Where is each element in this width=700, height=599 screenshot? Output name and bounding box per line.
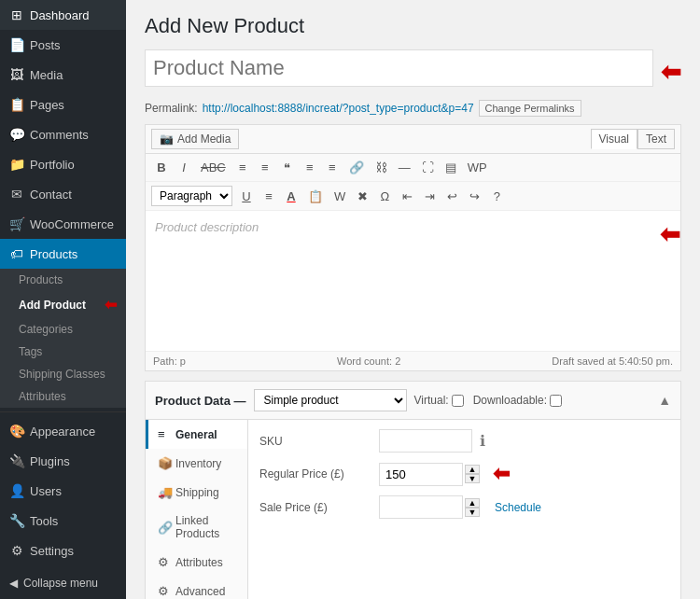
sidebar-item-pages[interactable]: 📋 Pages: [0, 90, 126, 119]
sidebar-item-comments[interactable]: 💬 Comments: [0, 119, 126, 149]
link-button[interactable]: 🔗: [344, 158, 369, 177]
paragraph-select[interactable]: Paragraph: [151, 186, 232, 206]
sidebar-item-posts[interactable]: 📄 Posts: [0, 30, 126, 60]
sidebar-item-media[interactable]: 🖼 Media: [0, 60, 126, 90]
sidebar-item-contact[interactable]: ✉ Contact: [0, 179, 126, 209]
toolbar-toggle-button[interactable]: ▤: [441, 158, 461, 177]
editor-body-row: Product description ⬅: [146, 211, 680, 351]
pd-tab-linked-products[interactable]: 🔗 Linked Products: [146, 507, 247, 548]
product-type-select[interactable]: Simple product Grouped product External/…: [254, 389, 407, 411]
justify-button[interactable]: ≡: [259, 187, 279, 206]
pd-tab-shipping[interactable]: 🚚 Shipping: [146, 478, 247, 507]
blockquote-button[interactable]: ❝: [277, 158, 298, 177]
product-data-collapse-button[interactable]: ▲: [658, 393, 671, 408]
ordered-list-button[interactable]: ≡: [255, 158, 275, 177]
permalink-url[interactable]: http://localhost:8888/increat/?post_type…: [203, 102, 474, 115]
downloadable-checkbox[interactable]: [550, 395, 562, 407]
sidebar-label-media: Media: [30, 68, 63, 82]
sku-input[interactable]: [379, 429, 472, 453]
sale-price-label: Sale Price (£): [259, 501, 371, 514]
general-tab-icon: ≡: [158, 427, 171, 441]
pd-tab-general[interactable]: ≡ General: [146, 420, 247, 449]
pd-tab-attributes[interactable]: ⚙ Attributes: [146, 548, 247, 577]
redo-button[interactable]: ↪: [464, 187, 484, 206]
editor-placeholder: Product description: [155, 220, 259, 234]
editor-toolbar-row1: B I ABC ≡ ≡ ❝ ≡ ≡ 🔗 ⛓ — ⛶ ▤ WP: [146, 154, 680, 182]
collapse-menu-item[interactable]: ◀ Collapse menu: [0, 569, 126, 597]
general-tab-label: General: [175, 428, 217, 441]
sidebar-item-products[interactable]: 🏷 Products: [0, 239, 126, 269]
unordered-list-button[interactable]: ≡: [232, 158, 253, 177]
paste-text-button[interactable]: 📋: [303, 187, 328, 206]
tags-label: Tags: [19, 345, 42, 358]
sidebar-item-plugins[interactable]: 🔌 Plugins: [0, 446, 126, 476]
italic-button[interactable]: I: [174, 158, 194, 177]
text-color-button[interactable]: A: [281, 187, 301, 206]
sidebar-item-tools[interactable]: 🔧 Tools: [0, 506, 126, 536]
pd-tab-advanced[interactable]: ⚙ Advanced: [146, 577, 247, 599]
indent-button[interactable]: ⇥: [419, 187, 440, 206]
regular-price-up[interactable]: ▲: [465, 465, 480, 474]
linked-products-tab-label: Linked Products: [175, 514, 238, 540]
sidebar-subitem-add-product[interactable]: Add Product ⬅: [0, 291, 126, 318]
regular-price-spinner: ▲ ▼: [465, 465, 480, 483]
help-button[interactable]: ?: [486, 187, 507, 206]
add-product-arrow-icon: ⬅: [105, 296, 117, 313]
change-permalinks-button[interactable]: Change Permalinks: [479, 100, 581, 117]
linked-products-tab-icon: 🔗: [158, 521, 171, 535]
add-media-button[interactable]: 📷 Add Media: [151, 129, 239, 149]
sidebar-item-dashboard[interactable]: ⊞ Dashboard: [0, 0, 126, 30]
sidebar-item-woocommerce[interactable]: 🛒 WooCommerce: [0, 209, 126, 239]
categories-label: Categories: [19, 323, 73, 336]
sku-label: SKU: [259, 435, 371, 448]
insert-more-button[interactable]: —: [394, 158, 415, 177]
unlink-button[interactable]: ⛓: [371, 158, 392, 177]
underline-button[interactable]: U: [236, 187, 257, 206]
clear-format-button[interactable]: ✖: [352, 187, 372, 206]
strikethrough-button[interactable]: ABC: [196, 158, 231, 177]
sidebar-label-dashboard: Dashboard: [30, 8, 90, 22]
sidebar-subitem-categories[interactable]: Categories: [0, 318, 126, 341]
shipping-classes-label: Shipping Classes: [19, 368, 105, 381]
outdent-button[interactable]: ⇤: [397, 187, 417, 206]
text-tab[interactable]: Text: [637, 129, 675, 149]
visual-tab[interactable]: Visual: [591, 129, 637, 149]
regular-price-input[interactable]: [379, 463, 463, 486]
sidebar-item-users[interactable]: 👤 Users: [0, 476, 126, 506]
sidebar-item-portfolio[interactable]: 📁 Portfolio: [0, 149, 126, 179]
wp-more-button[interactable]: WP: [463, 158, 492, 177]
sidebar-item-appearance[interactable]: 🎨 Appearance: [0, 416, 126, 446]
editor-footer: Path: p Word count: 2 Draft saved at 5:4…: [146, 351, 680, 370]
fullscreen-button[interactable]: ⛶: [417, 158, 439, 177]
attributes-tab-icon: ⚙: [158, 555, 171, 569]
regular-price-down[interactable]: ▼: [465, 474, 480, 483]
tools-icon: 🔧: [9, 513, 24, 528]
advanced-tab-icon: ⚙: [158, 584, 171, 598]
align-center-button[interactable]: ≡: [322, 158, 343, 177]
sale-price-wrapper: ▲ ▼: [379, 495, 480, 519]
special-char-button[interactable]: Ω: [374, 187, 395, 206]
bold-button[interactable]: B: [151, 158, 172, 177]
sidebar-subitem-shipping-classes[interactable]: Shipping Classes: [0, 363, 126, 385]
virtual-label-text: Virtual:: [414, 394, 449, 407]
product-data-section: Product Data — Simple product Grouped pr…: [145, 381, 681, 599]
sku-help-icon[interactable]: ℹ: [480, 432, 485, 450]
sale-price-spinner: ▲ ▼: [465, 498, 480, 517]
pd-tab-inventory[interactable]: 📦 Inventory: [146, 449, 247, 478]
sale-price-down[interactable]: ▼: [465, 508, 480, 517]
product-name-input[interactable]: [145, 49, 653, 87]
sidebar-item-settings[interactable]: ⚙ Settings: [0, 536, 126, 565]
products-parent-icon: 🏷: [9, 246, 24, 261]
schedule-link[interactable]: Schedule: [495, 501, 541, 514]
sidebar-subitem-attributes[interactable]: Attributes: [0, 385, 126, 408]
sidebar-subitem-products-list[interactable]: Products: [0, 269, 126, 291]
undo-button[interactable]: ↩: [441, 187, 462, 206]
paste-word-button[interactable]: W: [329, 187, 350, 206]
sidebar-subitem-tags[interactable]: Tags: [0, 341, 126, 363]
sale-price-up[interactable]: ▲: [465, 498, 480, 508]
virtual-checkbox[interactable]: [452, 395, 464, 407]
editor-body[interactable]: Product description: [146, 211, 654, 351]
sale-price-input[interactable]: [379, 495, 463, 519]
collapse-menu-label: Collapse menu: [23, 577, 98, 590]
align-left-button[interactable]: ≡: [300, 158, 320, 177]
